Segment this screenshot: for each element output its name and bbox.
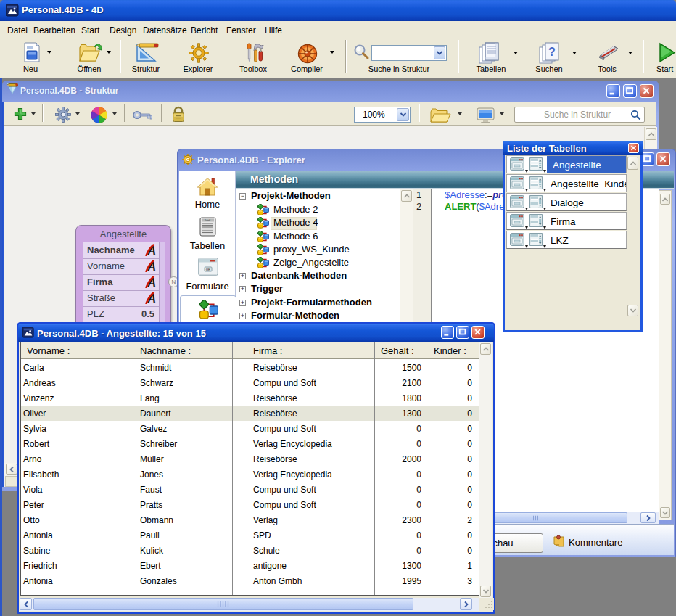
svg-text:OK: OK — [206, 268, 211, 271]
svg-text:?: ? — [548, 46, 556, 58]
svg-text:Tabell: Tabell — [205, 219, 210, 222]
